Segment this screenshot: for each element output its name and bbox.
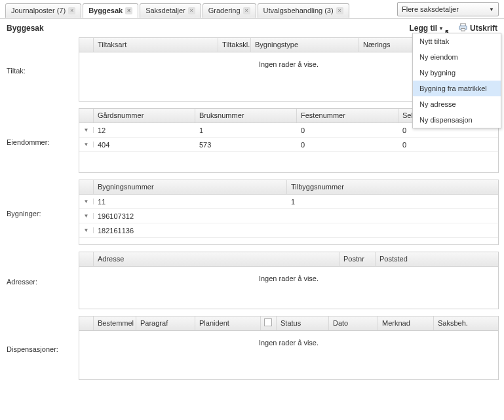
cell: 0 [297, 126, 398, 134]
table-row[interactable]: ▼ 196107312 [79, 209, 498, 223]
expand-icon[interactable]: ▼ [79, 127, 94, 133]
col-status[interactable]: Status [277, 316, 329, 330]
chevron-down-icon: ▼ [438, 26, 444, 31]
checkbox-icon [264, 318, 272, 326]
section-label-dispensasjoner: Dispensasjoner: [5, 316, 79, 380]
tab-label: Byggesak [88, 7, 123, 14]
expand-icon[interactable]: ▼ [79, 213, 94, 219]
cell: 182161136 [94, 227, 287, 235]
flere-saksdetaljer-select[interactable]: Flere saksdetaljer ▼ [397, 2, 499, 16]
cell: 12 [94, 126, 195, 134]
tab-label: Saksdetaljer [145, 7, 185, 14]
tab-saksdetaljer[interactable]: Saksdetaljer × [140, 3, 201, 18]
col-poststed[interactable]: Poststed [376, 252, 498, 266]
section-label-tiltak: Tiltak: [5, 37, 79, 102]
cell: 11 [94, 198, 287, 206]
tab-label: Journalposter (7) [11, 7, 66, 14]
cell: 0 [297, 141, 398, 149]
tab-gradering[interactable]: Gradering × [203, 3, 256, 18]
dropdown-item-ny-bygning[interactable]: Ny bygning [413, 65, 501, 81]
col-saksbeh[interactable]: Saksbeh. [434, 316, 498, 330]
col-checkbox[interactable] [261, 316, 277, 330]
section-label-eiendommer: Eiendommer: [5, 108, 79, 173]
tab-label: Gradering [208, 7, 241, 14]
dropdown-item-bygning-fra-matrikkel[interactable]: Bygning fra matrikkel [413, 81, 501, 96]
page-title: Byggesak [7, 24, 44, 33]
select-label: Flere saksdetaljer [402, 5, 459, 13]
cell: 1 [287, 198, 498, 206]
dropdown-item-ny-adresse[interactable]: Ny adresse [413, 96, 501, 112]
close-icon[interactable]: × [336, 7, 343, 14]
close-icon[interactable]: × [68, 7, 75, 14]
cell: 1 [195, 126, 297, 134]
col-tiltaksart[interactable]: Tiltaksart [94, 38, 218, 52]
tab-utvalgsbehandling[interactable]: Utvalgsbehandling (3) × [258, 3, 349, 18]
col-adresse[interactable]: Adresse [94, 252, 339, 266]
close-icon[interactable]: × [188, 7, 195, 14]
section-label-bygninger: Bygninger: [5, 180, 79, 245]
col-bestemmel[interactable]: Bestemmel [94, 316, 136, 330]
utskrift-button[interactable]: Utskrift [458, 23, 497, 33]
bygning-grid: Bygningsnummer Tilbyggsnummer ▼ 11 1 ▼ 1… [79, 180, 499, 245]
table-row[interactable]: ▼ 404 573 0 0 [79, 138, 498, 152]
svg-rect-2 [461, 28, 465, 31]
dropdown-item-ny-dispensasjon[interactable]: Ny dispensasjon [413, 112, 501, 128]
cell: 196107312 [94, 212, 287, 220]
table-row[interactable]: ▼ 11 1 [79, 195, 498, 209]
col-postnr[interactable]: Postnr [339, 252, 376, 266]
col-bygningsnummer[interactable]: Bygningsnummer [94, 180, 287, 194]
col-merknad[interactable]: Merknad [378, 316, 434, 330]
tab-byggesak[interactable]: Byggesak × [83, 3, 138, 18]
utskrift-label: Utskrift [470, 24, 497, 33]
cell: 573 [195, 141, 297, 149]
col-tilbyggsnummer[interactable]: Tilbyggsnummer [287, 180, 498, 194]
col-festenummer[interactable]: Festenummer [297, 109, 398, 123]
legg-til-dropdown: Nytt tiltak Ny eiendom Ny bygning Bygnin… [412, 33, 501, 128]
adresser-grid: Adresse Postnr Poststed Ingen rader å vi… [79, 252, 499, 309]
col-bruksnummer[interactable]: Bruksnummer [195, 109, 297, 123]
col-tiltakskl[interactable]: Tiltakskl. [218, 38, 251, 52]
expand-icon[interactable]: ▼ [79, 199, 94, 204]
printer-icon [458, 23, 468, 33]
table-row[interactable]: ▼ 182161136 [79, 223, 498, 238]
tab-journalposter[interactable]: Journalposter (7) × [5, 3, 81, 18]
dropdown-item-ny-eiendom[interactable]: Ny eiendom [413, 49, 501, 65]
col-paragraf[interactable]: Paragraf [136, 316, 195, 330]
svg-rect-0 [461, 24, 465, 26]
col-dato[interactable]: Dato [329, 316, 378, 330]
cell: 0 [398, 141, 498, 149]
section-label-adresser: Adresser: [5, 252, 79, 309]
dropdown-item-nytt-tiltak[interactable]: Nytt tiltak [413, 33, 501, 49]
col-bygningstype[interactable]: Bygningstype [251, 38, 359, 52]
col-planident[interactable]: Planident [195, 316, 261, 330]
disp-grid: Bestemmel Paragraf Planident Status Dato… [79, 316, 499, 380]
close-icon[interactable]: × [243, 7, 250, 14]
cell: 404 [94, 141, 195, 149]
legg-til-button[interactable]: Legg til ▼ ↖ [409, 24, 444, 33]
expand-icon[interactable]: ▼ [79, 227, 94, 233]
tabs-container: Journalposter (7) × Byggesak × Saksdetal… [5, 3, 349, 18]
col-gardsnummer[interactable]: Gårdsnummer [94, 109, 195, 123]
expand-icon[interactable]: ▼ [79, 142, 94, 147]
close-icon[interactable]: × [125, 7, 132, 14]
tab-label: Utvalgsbehandling (3) [263, 7, 334, 14]
empty-message: Ingen rader å vise. [79, 267, 498, 309]
chevron-down-icon: ▼ [489, 7, 494, 12]
legg-til-label: Legg til [409, 24, 437, 33]
empty-message: Ingen rader å vise. [79, 331, 498, 379]
